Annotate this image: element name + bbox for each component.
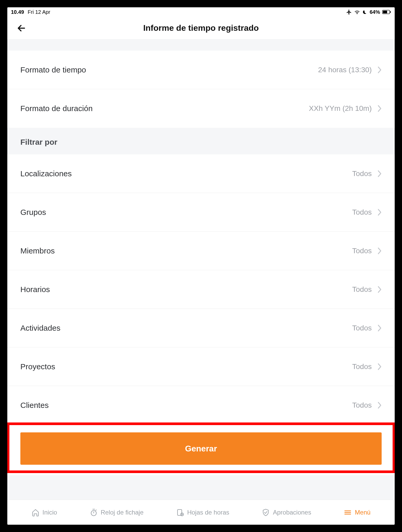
tab-label: Inicio [43,509,57,516]
svg-rect-2 [390,11,391,13]
row-right: Todos [352,170,382,178]
row-value: Todos [352,401,372,409]
tab-menu[interactable]: Menú [344,509,370,516]
clients-row[interactable]: ClientesTodos [7,386,395,425]
svg-line-7 [96,510,96,511]
status-date: Fri 12 Apr [28,9,50,15]
menu-icon [344,509,352,516]
tab-home[interactable]: Inicio [32,509,57,516]
tab-bar: InicioReloj de fichajeHojas de horasApro… [7,500,395,525]
row-value: Todos [352,247,372,255]
generate-button[interactable]: Generar [20,432,382,465]
locations-row[interactable]: LocalizacionesTodos [7,154,395,193]
back-button[interactable] [15,22,28,34]
chevron-right-icon [377,170,382,177]
row-right: 24 horas (13:30) [318,66,382,74]
moon-icon [362,9,368,15]
chevron-right-icon [377,286,382,293]
chevron-right-icon [377,209,382,216]
row-right: Todos [352,324,382,332]
chevron-right-icon [377,402,382,409]
chevron-right-icon [377,105,382,112]
status-left: 10.49 Fri 12 Apr [11,9,50,15]
chevron-right-icon [377,324,382,332]
row-right: Todos [352,247,382,255]
row-right: XXh YYm (2h 10m) [309,104,382,113]
content-area: Formato de tiempo24 horas (13:30)Formato… [7,40,395,500]
page-title: Informe de tiempo registrado [7,23,395,33]
chevron-right-icon [377,66,382,74]
status-time: 10.49 [11,9,24,15]
spacer [7,40,395,51]
tab-approvals[interactable]: Aprobaciones [262,509,311,516]
row-value: 24 horas (13:30) [318,66,372,74]
groups-row[interactable]: GruposTodos [7,193,395,232]
shield-check-icon [262,509,270,516]
arrow-left-icon [17,23,26,33]
stopwatch-icon [90,509,98,516]
tab-label: Hojas de horas [187,509,229,516]
tab-label: Aprobaciones [273,509,311,516]
filter-section-header: Filtrar por [7,128,395,154]
status-bar: 10.49 Fri 12 Apr 64% [7,7,395,17]
airplane-icon [346,9,352,15]
svg-line-11 [182,514,183,515]
tab-timesheets[interactable]: Hojas de horas [176,509,229,516]
row-label: Clientes [20,401,49,410]
home-icon [32,509,39,516]
row-right: Todos [352,362,382,371]
members-row[interactable]: MiembrosTodos [7,232,395,270]
tab-label: Reloj de fichaje [101,509,144,516]
chevron-right-icon [377,247,382,255]
row-label: Actividades [20,324,60,332]
wifi-icon [354,9,360,15]
row-label: Formato de tiempo [20,65,86,74]
projects-row[interactable]: ProyectosTodos [7,347,395,386]
schedules-row[interactable]: HorariosTodos [7,270,395,309]
row-right: Todos [352,208,382,216]
row-value: Todos [352,324,372,332]
row-right: Todos [352,285,382,294]
row-label: Formato de duración [20,104,93,113]
row-label: Localizaciones [20,169,72,178]
row-label: Horarios [20,285,50,294]
svg-rect-1 [383,11,387,13]
tab-label: Menú [355,509,370,516]
time-format-row[interactable]: Formato de tiempo24 horas (13:30) [7,51,395,89]
row-value: XXh YYm (2h 10m) [309,104,372,113]
activities-row[interactable]: ActividadesTodos [7,309,395,347]
row-value: Todos [352,170,372,178]
row-label: Miembros [20,246,55,255]
battery-percent: 64% [370,9,380,15]
device-frame: 10.49 Fri 12 Apr 64% [0,0,402,532]
screen: 10.49 Fri 12 Apr 64% [7,7,395,525]
generate-section: Generar [7,425,395,475]
timesheet-icon [176,509,184,516]
duration-format-row[interactable]: Formato de duraciónXXh YYm (2h 10m) [7,89,395,128]
svg-rect-8 [178,509,182,515]
row-value: Todos [352,285,372,294]
row-label: Grupos [20,208,46,217]
chevron-right-icon [377,363,382,370]
row-label: Proyectos [20,362,55,371]
row-value: Todos [352,362,372,371]
battery-icon [382,10,391,14]
row-value: Todos [352,208,372,216]
app-header: Informe de tiempo registrado [7,17,395,40]
status-right: 64% [346,9,391,15]
row-right: Todos [352,401,382,409]
tab-timeclock[interactable]: Reloj de fichaje [90,509,144,516]
